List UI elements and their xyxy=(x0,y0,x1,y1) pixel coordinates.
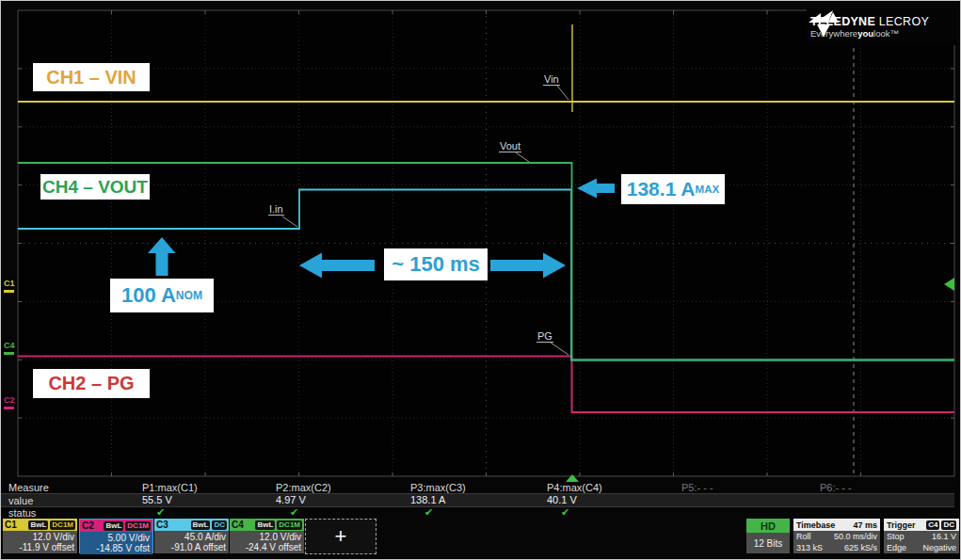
measure-p2-header[interactable]: P2:max(C2) xyxy=(276,482,331,493)
right-arrow-shaft xyxy=(490,260,543,271)
value-row-label: value xyxy=(8,495,33,506)
trigger-title: Trigger xyxy=(887,520,924,530)
duration-callout: ~ 150 ms xyxy=(384,248,488,280)
timebase-scale: 50.0 ms/div xyxy=(834,531,877,542)
measure-p1-header[interactable]: P1:max(C1) xyxy=(142,482,198,493)
tagline-post: look™ xyxy=(873,28,899,39)
channel-box-c3-header: C3 BwL DC xyxy=(154,519,229,531)
c1-scale: 12.0 V/div xyxy=(33,532,74,542)
trigger-slope: Negative xyxy=(922,542,956,553)
oscilloscope-screen: TELEDYNE LECROY Everywhereyoulook™ CH1 –… xyxy=(0,0,961,560)
amax-arrow-shaft xyxy=(597,184,615,193)
c2-offset: -14.85 V ofst xyxy=(96,543,150,553)
measure-p1-status: ✔ xyxy=(156,506,165,519)
timebase-sample-rate: 625 kS/s xyxy=(844,542,877,553)
vin-trace-label: Vin xyxy=(543,73,560,86)
c4-zero-marker[interactable]: C4 xyxy=(4,342,15,355)
channel-box-c3[interactable]: C3 BwL DC 45.0 A/div -91.0 A offset xyxy=(154,519,229,553)
c1-coupling-badge: DC1M xyxy=(50,520,75,530)
measure-p3-status: ✔ xyxy=(424,506,433,519)
tagline-you: you xyxy=(857,28,873,39)
c4-bandwidth-badge: BwL xyxy=(255,520,275,530)
teledyne-lecroy-logo: TELEDYNE LECROY Everywhereyoulook™ xyxy=(807,8,957,45)
channel-box-c4-body: 12.0 V/div -24.4 V offset xyxy=(230,531,304,553)
channel-box-c1[interactable]: C1 BwL DC1M 12.0 V/div -11.9 V offset xyxy=(3,519,77,553)
measure-p4-value: 40.1 V xyxy=(547,494,577,505)
c1-zero-marker[interactable]: C1 xyxy=(4,280,15,293)
trigger-level: 16.1 V xyxy=(932,531,956,542)
trigger-header: Trigger C4 DC xyxy=(884,519,959,531)
ch1-vin-callout-text: CH1 – VIN xyxy=(46,67,136,88)
measure-p5-header[interactable]: P5:- - - xyxy=(681,482,713,493)
pg-trace-label: PG xyxy=(537,330,553,343)
c3-offset: -91.0 A offset xyxy=(171,542,226,552)
c1-zero-marker-label: C1 xyxy=(4,279,15,288)
iin-trace-label: I.in xyxy=(268,203,284,216)
c2-zero-dash xyxy=(4,407,14,409)
channel-box-c2[interactable]: C2 BwL DC1M 5.00 V/div -14.85 V ofst xyxy=(79,519,153,553)
measure-row-label: Measure xyxy=(8,482,49,493)
ch4-vout-callout-text: CH4 – VOUT xyxy=(42,177,148,198)
duration-text: ~ 150 ms xyxy=(392,252,480,277)
anom-callout: 100 ANOM xyxy=(110,279,214,312)
trigger-source-badge: C4 xyxy=(926,520,939,530)
teledyne-logo-icon xyxy=(807,8,841,38)
channel-box-c1-header: C1 BwL DC1M xyxy=(3,519,77,531)
channel-box-c4[interactable]: C4 BwL DC1M 12.0 V/div -24.4 V offset xyxy=(230,519,304,553)
timebase-title: Timebase xyxy=(796,520,853,530)
measure-p4-header[interactable]: P4:max(C4) xyxy=(547,482,602,493)
c3-id: C3 xyxy=(156,520,189,530)
anom-subscript: NOM xyxy=(176,289,202,302)
c3-bandwidth-badge: BwL xyxy=(191,520,211,530)
c4-zero-dash xyxy=(4,352,14,355)
measure-p2-value: 4.97 V xyxy=(276,494,306,505)
measure-p1-value: 55.5 V xyxy=(142,494,172,505)
ch2-pg-callout: CH2 – PG xyxy=(33,369,150,398)
hd-bits-label: 12 Bits xyxy=(746,533,790,553)
amax-callout: 138.1 AMAX xyxy=(621,174,725,204)
brand-lecroy: LECROY xyxy=(875,15,929,28)
status-row-label: status xyxy=(8,507,36,519)
channel-box-c3-body: 45.0 A/div -91.0 A offset xyxy=(154,531,229,553)
c2-zero-marker[interactable]: C2 xyxy=(4,396,15,409)
timebase-mode: Roll xyxy=(796,531,811,542)
measure-p4-status: ✔ xyxy=(561,506,569,519)
channel-box-c1-body: 12.0 V/div -11.9 V offset xyxy=(3,531,77,553)
add-trace-plus: + xyxy=(335,524,347,549)
c2-zero-marker-label: C2 xyxy=(4,395,15,405)
c2-id: C2 xyxy=(82,520,102,531)
up-arrow-shaft xyxy=(156,251,168,276)
timebase-box[interactable]: Timebase 47 ms Roll 50.0 ms/div 313 kS 6… xyxy=(793,519,880,553)
measure-p6-header[interactable]: P6:- - - xyxy=(820,482,852,493)
trigger-box[interactable]: Trigger C4 DC Stop 16.1 V Edge Negative xyxy=(884,519,959,553)
c4-id: C4 xyxy=(232,520,253,530)
c1-offset: -11.9 V offset xyxy=(19,542,74,552)
hd-mode-box[interactable]: HD 12 Bits xyxy=(746,519,790,553)
trigger-type: Edge xyxy=(887,542,906,553)
measure-p3-header[interactable]: P3:max(C3) xyxy=(410,482,466,493)
c4-offset: -24.4 V offset xyxy=(246,542,301,552)
vout-trace-label: Vout xyxy=(499,140,521,152)
c2-bandwidth-badge: BwL xyxy=(104,521,123,531)
c1-id: C1 xyxy=(5,520,26,530)
amax-subscript: MAX xyxy=(696,184,720,195)
add-trace-button[interactable]: + xyxy=(305,519,376,554)
c1-bandwidth-badge: BwL xyxy=(28,520,48,530)
c1-zero-dash xyxy=(4,290,14,293)
ch1-vin-callout: CH1 – VIN xyxy=(33,63,150,91)
ch2-pg-callout-text: CH2 – PG xyxy=(48,373,134,394)
c4-coupling-badge: DC1M xyxy=(277,520,302,530)
c4-scale: 12.0 V/div xyxy=(260,532,301,542)
amax-value: 138.1 A xyxy=(627,178,696,200)
c2-scale: 5.00 V/div xyxy=(108,533,150,543)
timebase-header: Timebase 47 ms xyxy=(793,519,880,531)
timebase-delay-value: 47 ms xyxy=(853,520,877,530)
trigger-mode: Stop xyxy=(887,531,905,542)
c3-coupling-badge: DC xyxy=(212,520,227,530)
timebase-samples: 313 kS xyxy=(796,542,823,553)
hd-badge: HD xyxy=(746,519,790,533)
channel-box-c2-header: C2 BwL DC1M xyxy=(80,520,152,532)
c3-scale: 45.0 A/div xyxy=(184,532,226,542)
measure-p3-value: 138.1 A xyxy=(410,494,445,505)
c4-zero-marker-label: C4 xyxy=(4,341,15,350)
